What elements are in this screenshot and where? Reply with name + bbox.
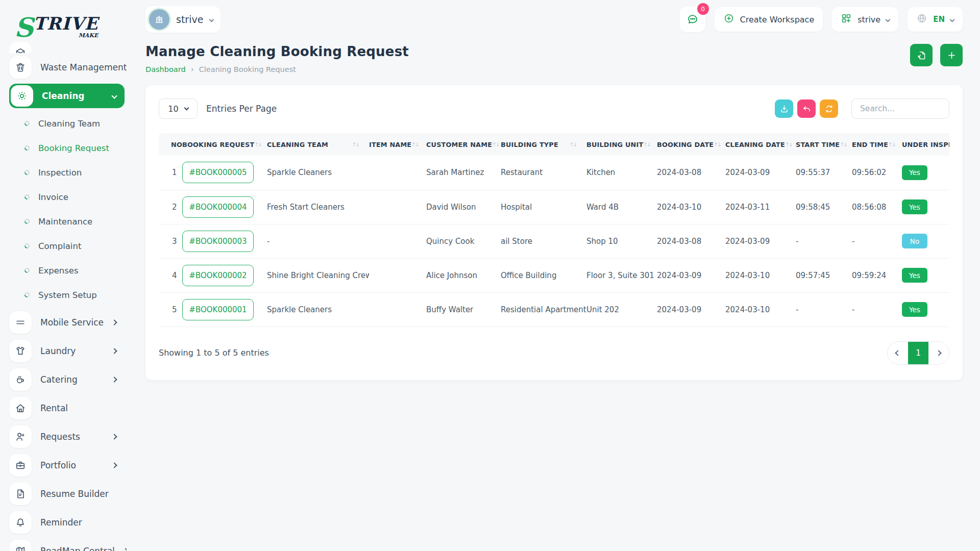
breadcrumb-current: Cleaning Booking Request (199, 65, 296, 73)
column-header-building_unit[interactable]: BUILDING UNIT↑↓ (586, 133, 657, 156)
end_time-cell: - (852, 224, 902, 258)
pagination-page-1[interactable]: 1 (908, 342, 928, 364)
pagination-next-button[interactable] (928, 342, 949, 364)
item_name-cell (369, 156, 426, 190)
sidebar-subitem-cleaning-team[interactable]: Cleaning Team (9, 111, 127, 136)
account-menu[interactable]: strive (832, 7, 898, 32)
booking-request-link[interactable]: #BOOK000005 (182, 162, 254, 183)
column-header-inner: END TIME↑↓ (852, 141, 902, 148)
cleaning_team-cell: Sparkle Cleaners (267, 156, 369, 190)
sidebar-subitem-invoice[interactable]: Invoice (9, 185, 127, 209)
sidebar-subitem-label: Maintenance (38, 217, 92, 227)
breadcrumb: Dashboard › Cleaning Booking Request (145, 65, 409, 74)
no-cell: 5 (159, 292, 182, 327)
sidebar-subitem-complaint[interactable]: Complaint (9, 234, 127, 258)
sidebar-subitem-system-setup[interactable]: System Setup (9, 283, 127, 307)
bell-icon (9, 511, 32, 534)
column-header-item_name[interactable]: ITEM NAME↑↓ (369, 133, 426, 156)
under-inspection-badge: No (902, 234, 927, 248)
end_time-cell: 08:56:08 (852, 190, 902, 224)
sidebar-item-resume-builder[interactable]: Resume Builder (9, 480, 127, 508)
item_name-cell (369, 258, 426, 292)
sidebar-item-mobile-service[interactable]: Mobile Service (9, 308, 127, 337)
under-inspection-badge: Yes (902, 199, 927, 214)
sidebar-subitem-maintenance[interactable]: Maintenance (9, 209, 127, 234)
column-header-inner: BOOKING DATE↑↓ (657, 141, 725, 148)
sidebar-item-label: Laundry (40, 346, 76, 356)
page-head-left: Manage Cleaning Booking Request Dashboar… (145, 44, 409, 74)
breadcrumb-dashboard-link[interactable]: Dashboard (145, 65, 186, 73)
download-button[interactable] (775, 99, 793, 118)
booking_date-cell: 2024-03-08 (657, 224, 725, 258)
column-header-booking_date[interactable]: BOOKING DATE↑↓ (657, 133, 725, 156)
table-header-row: NOBOOKING REQUEST↑↓CLEANING TEAM↑↓ITEM N… (159, 133, 949, 156)
column-header-inner: CLEANING DATE↑↓ (725, 141, 796, 148)
column-header-booking_request[interactable]: BOOKING REQUEST↑↓ (182, 133, 267, 156)
pagination-prev-button[interactable] (888, 342, 908, 364)
add-booking-button[interactable] (940, 44, 963, 66)
sidebar-item-portfolio[interactable]: Portfolio (9, 451, 127, 480)
entries-per-page-select[interactable]: 10 (159, 98, 198, 119)
sidebar-nav: Waste ManagementCleaningCleaning TeamBoo… (9, 38, 127, 551)
sidebar-item-waste-management[interactable]: Waste Management (9, 53, 127, 82)
column-header-cleaning_team[interactable]: CLEANING TEAM↑↓ (267, 133, 369, 156)
booking-request-link[interactable]: #BOOK000001 (182, 299, 254, 320)
chat-button[interactable]: 0 (680, 7, 705, 32)
column-label: NO (171, 141, 182, 148)
main-area: strive 0 Create Workspace strive EN (127, 0, 980, 551)
sidebar-item-requests[interactable]: Requests (9, 422, 127, 451)
undo-button[interactable] (797, 99, 816, 118)
booking-request-link[interactable]: #BOOK000004 (182, 196, 254, 218)
column-header-start_time[interactable]: START TIME↑↓ (796, 133, 852, 156)
column-header-cleaning_date[interactable]: CLEANING DATE↑↓ (725, 133, 796, 156)
app-logo[interactable]: S TRIVE MAKE (9, 7, 127, 39)
booking_date-cell: 2024-03-09 (657, 292, 725, 327)
column-header-inner: BUILDING TYPE↑↓ (501, 141, 586, 148)
sidebar-subitem-label: System Setup (38, 290, 97, 300)
sidebar-item-laundry[interactable]: Laundry (9, 337, 127, 365)
cleaning_date-cell: 2024-03-11 (725, 190, 796, 224)
column-header-building_type[interactable]: BUILDING TYPE↑↓ (501, 133, 586, 156)
sidebar-subitem-inspection[interactable]: Inspection (9, 160, 127, 185)
workspace-selector[interactable]: strive (145, 6, 220, 33)
home-icon (9, 397, 32, 419)
sidebar-item-reminder[interactable]: Reminder (9, 508, 127, 537)
sidebar-subitem-expenses[interactable]: Expenses (9, 258, 127, 283)
sidebar-item-rental[interactable]: Rental (9, 394, 127, 422)
chevron-right-icon (111, 462, 117, 468)
no-cell: 4 (159, 258, 182, 292)
column-label: BOOKING REQUEST (182, 141, 254, 148)
column-header-customer_name[interactable]: CUSTOMER NAME↑↓ (426, 133, 501, 156)
sidebar-subitem-booking-request[interactable]: Booking Request (9, 136, 127, 160)
workspace-name: strive (176, 14, 203, 25)
booking-request-link[interactable]: #BOOK000003 (182, 231, 254, 252)
cleaning_date-cell: 2024-03-10 (725, 292, 796, 327)
cleaning_team-cell: Fresh Start Cleaners (267, 190, 369, 224)
column-header-end_time[interactable]: END TIME↑↓ (852, 133, 902, 156)
circle-bullet-icon (23, 169, 31, 176)
no-cell: 1 (159, 156, 182, 190)
sidebar-item-label: Requests (40, 432, 80, 442)
start_time-cell: - (796, 224, 852, 258)
sidebar-subitem-label: Complaint (38, 241, 81, 251)
cleaning_date-cell: 2024-03-09 (725, 224, 796, 258)
start_time-cell: 09:55:37 (796, 156, 852, 190)
create-workspace-button[interactable]: Create Workspace (715, 7, 823, 32)
search-input[interactable] (851, 98, 949, 119)
sidebar-item-cleaning[interactable]: Cleaning (9, 84, 125, 108)
refresh-button[interactable] (820, 99, 838, 118)
sidebar-subitem-label: Expenses (38, 266, 79, 276)
sidebar-item-catering[interactable]: Catering (9, 365, 127, 394)
export-report-button[interactable] (910, 44, 933, 66)
booking-request-link[interactable]: #BOOK000002 (182, 265, 254, 286)
sidebar-subitem-label: Inspection (38, 168, 82, 178)
refresh-icon (824, 104, 834, 114)
circle-bullet-icon (23, 267, 31, 274)
table-controls: 10 Entries Per Page (159, 98, 949, 119)
sidebar-item-roadmap-central[interactable]: RoadMap Central (9, 537, 127, 551)
under-inspection-badge: Yes (902, 302, 927, 317)
booking_date-cell: 2024-03-10 (657, 190, 725, 224)
column-header-under_inspection[interactable]: UNDER INSPECTION↑↓ (902, 133, 949, 156)
sidebar-item-label: Reminder (40, 517, 82, 528)
language-selector[interactable]: EN (908, 7, 963, 32)
